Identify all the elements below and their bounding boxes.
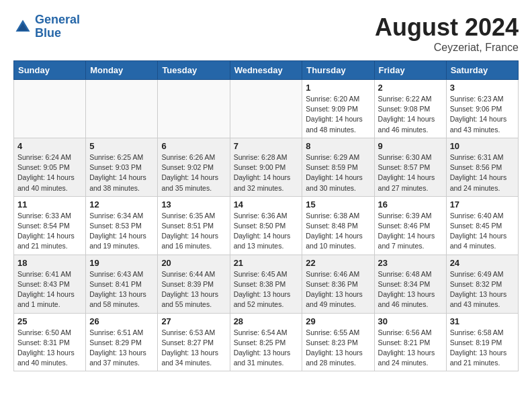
day-detail: Sunrise: 6:46 AMSunset: 8:36 PMDaylight:… xyxy=(306,269,370,310)
page-header: General Blue August 2024 Ceyzeriat, Fran… xyxy=(13,13,519,54)
month-year: August 2024 xyxy=(375,13,519,42)
calendar-cell: 7Sunrise: 6:28 AMSunset: 9:00 PMDaylight… xyxy=(230,138,302,196)
logo-icon xyxy=(13,17,32,36)
location: Ceyzeriat, France xyxy=(375,42,519,54)
day-detail: Sunrise: 6:58 AMSunset: 8:19 PMDaylight:… xyxy=(450,328,515,369)
day-detail: Sunrise: 6:35 AMSunset: 8:51 PMDaylight:… xyxy=(161,211,226,252)
day-detail: Sunrise: 6:34 AMSunset: 8:53 PMDaylight:… xyxy=(89,211,154,252)
day-number: 17 xyxy=(450,199,515,210)
day-number: 2 xyxy=(378,83,443,93)
day-number: 9 xyxy=(378,141,443,151)
day-number: 18 xyxy=(17,258,82,268)
day-detail: Sunrise: 6:49 AMSunset: 8:32 PMDaylight:… xyxy=(450,269,515,310)
calendar-cell: 28Sunrise: 6:54 AMSunset: 8:25 PMDayligh… xyxy=(230,313,302,371)
day-detail: Sunrise: 6:20 AMSunset: 9:09 PMDaylight:… xyxy=(306,94,370,135)
calendar-cell: 16Sunrise: 6:39 AMSunset: 8:46 PMDayligh… xyxy=(374,196,446,255)
day-detail: Sunrise: 6:38 AMSunset: 8:48 PMDaylight:… xyxy=(306,211,370,252)
day-number: 23 xyxy=(378,258,443,268)
calendar-cell xyxy=(158,80,230,138)
calendar-cell: 1Sunrise: 6:20 AMSunset: 9:09 PMDaylight… xyxy=(302,80,374,138)
day-detail: Sunrise: 6:50 AMSunset: 8:31 PMDaylight:… xyxy=(17,328,82,369)
calendar-cell: 3Sunrise: 6:23 AMSunset: 9:06 PMDaylight… xyxy=(446,80,518,138)
calendar-cell xyxy=(230,80,302,138)
day-detail: Sunrise: 6:29 AMSunset: 8:59 PMDaylight:… xyxy=(306,152,370,193)
logo: General Blue xyxy=(13,13,80,40)
calendar-cell: 2Sunrise: 6:22 AMSunset: 9:08 PMDaylight… xyxy=(374,80,446,138)
day-detail: Sunrise: 6:48 AMSunset: 8:34 PMDaylight:… xyxy=(378,269,443,310)
calendar-table: SundayMondayTuesdayWednesdayThursdayFrid… xyxy=(13,60,519,371)
day-detail: Sunrise: 6:30 AMSunset: 8:57 PMDaylight:… xyxy=(378,152,443,193)
day-detail: Sunrise: 6:43 AMSunset: 8:41 PMDaylight:… xyxy=(89,269,154,310)
day-detail: Sunrise: 6:22 AMSunset: 9:08 PMDaylight:… xyxy=(378,94,443,135)
day-detail: Sunrise: 6:23 AMSunset: 9:06 PMDaylight:… xyxy=(450,94,515,135)
calendar-cell: 19Sunrise: 6:43 AMSunset: 8:41 PMDayligh… xyxy=(86,255,158,313)
calendar-cell: 6Sunrise: 6:26 AMSunset: 9:02 PMDaylight… xyxy=(158,138,230,196)
calendar-cell: 9Sunrise: 6:30 AMSunset: 8:57 PMDaylight… xyxy=(374,138,446,196)
day-detail: Sunrise: 6:36 AMSunset: 8:50 PMDaylight:… xyxy=(234,211,299,252)
calendar-cell: 21Sunrise: 6:45 AMSunset: 8:38 PMDayligh… xyxy=(230,255,302,313)
day-detail: Sunrise: 6:40 AMSunset: 8:45 PMDaylight:… xyxy=(450,211,515,252)
calendar-week-1: 1Sunrise: 6:20 AMSunset: 9:09 PMDaylight… xyxy=(14,80,519,138)
calendar-week-5: 25Sunrise: 6:50 AMSunset: 8:31 PMDayligh… xyxy=(14,313,519,371)
calendar-week-4: 18Sunrise: 6:41 AMSunset: 8:43 PMDayligh… xyxy=(14,255,519,313)
calendar-cell: 24Sunrise: 6:49 AMSunset: 8:32 PMDayligh… xyxy=(446,255,518,313)
day-detail: Sunrise: 6:28 AMSunset: 9:00 PMDaylight:… xyxy=(234,152,299,193)
calendar-cell: 22Sunrise: 6:46 AMSunset: 8:36 PMDayligh… xyxy=(302,255,374,313)
day-number: 8 xyxy=(306,141,370,151)
day-number: 29 xyxy=(306,316,370,326)
day-number: 31 xyxy=(450,316,515,326)
calendar-cell: 30Sunrise: 6:56 AMSunset: 8:21 PMDayligh… xyxy=(374,313,446,371)
day-number: 26 xyxy=(89,316,154,326)
day-number: 22 xyxy=(306,258,370,268)
weekday-header-thursday: Thursday xyxy=(302,61,374,80)
calendar-cell: 15Sunrise: 6:38 AMSunset: 8:48 PMDayligh… xyxy=(302,196,374,255)
day-number: 14 xyxy=(234,199,299,210)
logo-blue: Blue xyxy=(35,26,61,40)
weekday-header-friday: Friday xyxy=(374,61,446,80)
calendar-cell: 14Sunrise: 6:36 AMSunset: 8:50 PMDayligh… xyxy=(230,196,302,255)
day-number: 3 xyxy=(450,83,515,93)
day-detail: Sunrise: 6:54 AMSunset: 8:25 PMDaylight:… xyxy=(234,328,299,369)
day-number: 7 xyxy=(234,141,299,151)
day-number: 16 xyxy=(378,199,443,210)
day-detail: Sunrise: 6:41 AMSunset: 8:43 PMDaylight:… xyxy=(17,269,82,310)
day-number: 24 xyxy=(450,258,515,268)
weekday-header-row: SundayMondayTuesdayWednesdayThursdayFrid… xyxy=(14,61,519,80)
weekday-header-saturday: Saturday xyxy=(446,61,518,80)
day-number: 12 xyxy=(89,199,154,210)
day-detail: Sunrise: 6:53 AMSunset: 8:27 PMDaylight:… xyxy=(161,328,226,369)
day-number: 15 xyxy=(306,199,370,210)
calendar-cell: 4Sunrise: 6:24 AMSunset: 9:05 PMDaylight… xyxy=(14,138,86,196)
calendar-cell: 10Sunrise: 6:31 AMSunset: 8:56 PMDayligh… xyxy=(446,138,518,196)
calendar-week-2: 4Sunrise: 6:24 AMSunset: 9:05 PMDaylight… xyxy=(14,138,519,196)
day-number: 25 xyxy=(17,316,82,326)
day-number: 1 xyxy=(306,83,370,93)
day-number: 5 xyxy=(89,141,154,151)
calendar-cell: 11Sunrise: 6:33 AMSunset: 8:54 PMDayligh… xyxy=(14,196,86,255)
day-number: 13 xyxy=(161,199,226,210)
calendar-cell: 31Sunrise: 6:58 AMSunset: 8:19 PMDayligh… xyxy=(446,313,518,371)
calendar-cell: 27Sunrise: 6:53 AMSunset: 8:27 PMDayligh… xyxy=(158,313,230,371)
day-detail: Sunrise: 6:44 AMSunset: 8:39 PMDaylight:… xyxy=(161,269,226,310)
weekday-header-tuesday: Tuesday xyxy=(158,61,230,80)
calendar-cell xyxy=(86,80,158,138)
weekday-header-monday: Monday xyxy=(86,61,158,80)
day-number: 27 xyxy=(161,316,226,326)
calendar-cell xyxy=(14,80,86,138)
day-detail: Sunrise: 6:31 AMSunset: 8:56 PMDaylight:… xyxy=(450,152,515,193)
calendar-cell: 25Sunrise: 6:50 AMSunset: 8:31 PMDayligh… xyxy=(14,313,86,371)
day-number: 30 xyxy=(378,316,443,326)
day-detail: Sunrise: 6:33 AMSunset: 8:54 PMDaylight:… xyxy=(17,211,82,252)
calendar-cell: 18Sunrise: 6:41 AMSunset: 8:43 PMDayligh… xyxy=(14,255,86,313)
day-detail: Sunrise: 6:51 AMSunset: 8:29 PMDaylight:… xyxy=(89,328,154,369)
weekday-header-sunday: Sunday xyxy=(14,61,86,80)
day-number: 11 xyxy=(17,199,82,210)
weekday-header-wednesday: Wednesday xyxy=(230,61,302,80)
calendar-cell: 26Sunrise: 6:51 AMSunset: 8:29 PMDayligh… xyxy=(86,313,158,371)
day-number: 19 xyxy=(89,258,154,268)
day-number: 20 xyxy=(161,258,226,268)
day-number: 21 xyxy=(234,258,299,268)
calendar-cell: 5Sunrise: 6:25 AMSunset: 9:03 PMDaylight… xyxy=(86,138,158,196)
calendar-cell: 8Sunrise: 6:29 AMSunset: 8:59 PMDaylight… xyxy=(302,138,374,196)
day-number: 4 xyxy=(17,141,82,151)
